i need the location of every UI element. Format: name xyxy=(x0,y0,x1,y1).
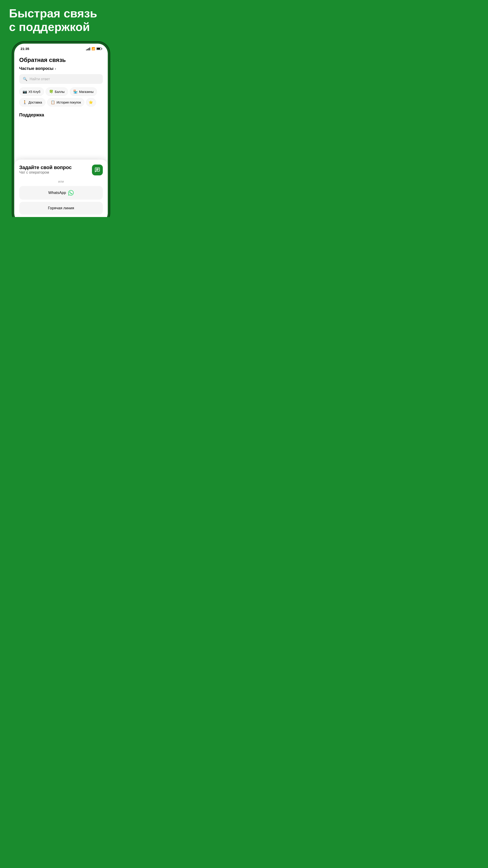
search-input[interactable]: Найти ответ xyxy=(30,77,50,81)
faq-label: Частые вопросы xyxy=(19,66,54,71)
battery-icon xyxy=(96,48,101,50)
status-time: 21:35 xyxy=(21,47,29,51)
chip-history[interactable]: 📋 История покупок xyxy=(47,98,84,106)
chip-delivery[interactable]: 🚶 Доставка xyxy=(19,98,45,106)
chip-balls[interactable]: 🍀 Баллы xyxy=(46,88,68,96)
card-header: Задайте свой вопрос Чат с оператором xyxy=(19,164,103,178)
whatsapp-icon xyxy=(68,190,74,195)
favorites-icon: ⭐ xyxy=(89,100,93,104)
app-content: Обратная связь Частые вопросы › 🔍 Найти … xyxy=(14,53,108,217)
support-title: Поддержка xyxy=(19,112,103,118)
whatsapp-label: WhatsApp xyxy=(48,191,66,195)
phone-mockup: 21:35 📶 Обратная связь xyxy=(12,42,109,217)
chevron-right-icon: › xyxy=(55,67,56,71)
or-divider: или xyxy=(19,180,103,183)
faq-section: Частые вопросы › 🔍 Найти ответ 📷 X5 Клуб… xyxy=(14,66,108,112)
chip-favorites[interactable]: ⭐ xyxy=(86,98,96,106)
history-icon: 📋 xyxy=(51,100,55,104)
delivery-icon: 🚶 xyxy=(23,100,27,104)
signal-icon xyxy=(86,47,90,51)
faq-header[interactable]: Частые вопросы › xyxy=(19,66,103,71)
support-section: Поддержка xyxy=(14,112,108,118)
hero-title: Быстрая связь с поддержкой xyxy=(9,7,113,34)
status-icons: 📶 xyxy=(86,47,101,51)
whatsapp-button[interactable]: WhatsApp xyxy=(19,186,103,199)
search-box[interactable]: 🔍 Найти ответ xyxy=(19,74,103,84)
bottom-card: Задайте свой вопрос Чат с оператором или… xyxy=(14,160,108,217)
chat-subtitle: Чат с оператором xyxy=(19,170,72,175)
status-bar: 21:35 📶 xyxy=(14,43,108,53)
category-chips-row2: 🚶 Доставка 📋 История покупок ⭐ xyxy=(19,98,103,106)
x5club-icon: 📷 xyxy=(23,90,27,94)
chip-stores[interactable]: 🏪 Магазины xyxy=(70,88,97,96)
page-title: Обратная связь xyxy=(14,53,108,66)
hotline-label: Горячая линия xyxy=(48,206,74,211)
chip-x5club[interactable]: 📷 X5 Клуб xyxy=(19,88,44,96)
hotline-button[interactable]: Горячая линия xyxy=(19,202,103,215)
chat-icon[interactable] xyxy=(92,164,103,176)
search-icon: 🔍 xyxy=(23,77,27,81)
ask-question-title: Задайте свой вопрос xyxy=(19,164,72,170)
balls-icon: 🍀 xyxy=(49,90,54,94)
category-chips-row1: 📷 X5 Клуб 🍀 Баллы 🏪 Магазины xyxy=(19,88,103,96)
stores-icon: 🏪 xyxy=(73,90,78,94)
wifi-icon: 📶 xyxy=(92,47,95,51)
